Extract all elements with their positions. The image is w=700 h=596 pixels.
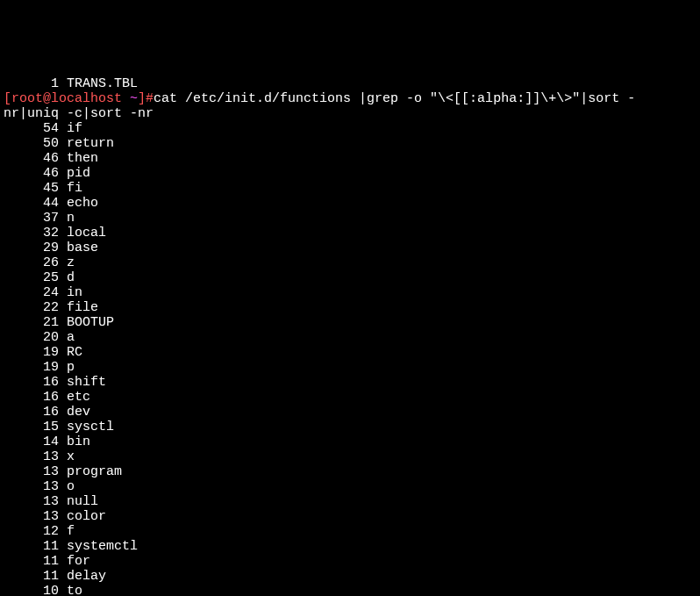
result-line: 46 then: [4, 151, 696, 166]
result-line: 16 etc: [4, 390, 696, 405]
result-line: 13 o: [4, 479, 696, 494]
result-line: 20 a: [4, 330, 696, 345]
result-line: 16 shift: [4, 375, 696, 390]
result-line: 32 local: [4, 226, 696, 241]
command-line: [root@localhost ~]#cat /etc/init.d/funct…: [4, 91, 696, 106]
result-line: 14 bin: [4, 434, 696, 449]
result-line: 19 RC: [4, 345, 696, 360]
result-line: 50 return: [4, 136, 696, 151]
command-continuation: nr|uniq -c|sort -nr: [4, 106, 696, 121]
result-line: 45 fi: [4, 181, 696, 196]
result-line: 26 z: [4, 255, 696, 270]
prompt-user-host: [root@localhost: [4, 91, 130, 106]
prompt-end: ]#: [138, 91, 154, 106]
result-line: 11 systemctl: [4, 539, 696, 554]
result-line: 12 f: [4, 524, 696, 539]
result-line: 46 pid: [4, 166, 696, 181]
result-line: 10 to: [4, 584, 696, 596]
result-line: 21 BOOTUP: [4, 315, 696, 330]
result-line: 13 null: [4, 494, 696, 509]
result-line: 25 d: [4, 270, 696, 285]
result-line: 37 n: [4, 211, 696, 226]
result-line: 54 if: [4, 121, 696, 136]
result-line: 44 echo: [4, 196, 696, 211]
result-line: 24 in: [4, 285, 696, 300]
results-list: 54 if 50 return 46 then 46 pid 45 fi 44 …: [4, 121, 696, 596]
result-line: 13 program: [4, 464, 696, 479]
result-line: 19 p: [4, 360, 696, 375]
result-line: 22 file: [4, 300, 696, 315]
command-text-1: cat /etc/init.d/functions |grep -o "\<[[…: [154, 91, 635, 106]
result-line: 15 sysctl: [4, 420, 696, 434]
prompt-tilde: ~: [130, 91, 138, 106]
result-line: 13 color: [4, 509, 696, 524]
result-line: 13 x: [4, 449, 696, 464]
result-line: 11 for: [4, 554, 696, 569]
result-line: 11 delay: [4, 569, 696, 584]
result-line: 29 base: [4, 241, 696, 255]
result-line: 16 dev: [4, 405, 696, 420]
terminal-output[interactable]: 1 TRANS.TBL[root@localhost ~]#cat /etc/i…: [0, 60, 700, 596]
previous-output-line: 1 TRANS.TBL: [4, 76, 696, 91]
